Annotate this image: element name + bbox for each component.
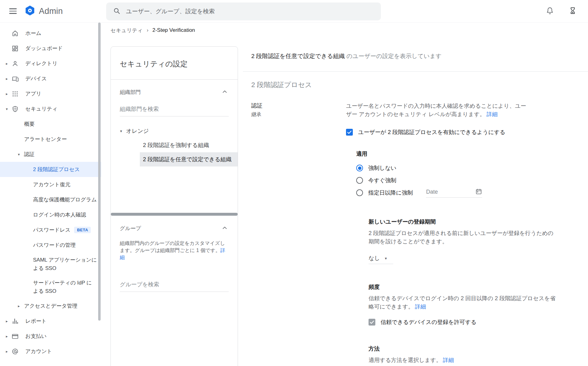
app-title: Admin <box>39 6 63 16</box>
chevron-down-icon: ▾ <box>3 107 10 111</box>
apps-grid-icon <box>11 90 19 98</box>
groups-description: 組織部門内のグループの設定をカスタマイズします。グループは組織部門ごとに 1 個… <box>120 240 229 261</box>
setting-body-column: ユーザー名とパスワードの入力時に本人確認を求めることにより、ユーザー アカウント… <box>346 102 588 366</box>
scope-org-name: 2 段階認証を任意で設定できる組織 <box>251 53 345 59</box>
org-unit-search-input[interactable] <box>120 103 229 116</box>
frequency-title: 頻度 <box>369 283 576 291</box>
sidebar-item-apps[interactable]: ▸ アプリ <box>0 86 101 101</box>
admin-logo: Admin <box>25 5 63 17</box>
auth-details-link[interactable]: 詳細 <box>486 111 498 117</box>
date-input[interactable] <box>426 189 475 195</box>
breadcrumb-security[interactable]: セキュリティ <box>111 27 143 34</box>
sidebar-item-advanced-protection[interactable]: 高度な保護機能プログラム <box>0 192 101 207</box>
chevron-right-icon: ▸ <box>18 304 24 308</box>
global-search <box>106 2 381 20</box>
groups-section-header: グループ <box>111 216 238 235</box>
tree-root-orange[interactable]: ▾ オレンジ <box>111 124 238 138</box>
search-input[interactable] <box>126 8 374 15</box>
sidebar-item-dashboard[interactable]: ダッシュボード <box>0 41 101 56</box>
groups-section: グループ 組織部門内のグループの設定をカスタマイズします。グループは組織部門ごと… <box>111 216 238 292</box>
hourglass-button[interactable] <box>566 4 579 18</box>
calendar-icon[interactable] <box>475 188 482 196</box>
sidebar-item-security-overview[interactable]: 概要 <box>0 116 101 132</box>
trusted-device-checkbox-row[interactable]: 信頼できるデバイスの登録を許可する <box>369 318 576 326</box>
scope-line: 2 段階認証を任意で設定できる組織 のユーザーの設定を表示しています <box>251 52 588 60</box>
sidebar-item-2sv[interactable]: 2 段階認証プロセス <box>0 162 101 177</box>
chevron-up-icon <box>221 225 228 232</box>
breadcrumb-current: 2-Step Verification <box>152 27 195 33</box>
breadcrumb-separator: › <box>147 27 148 33</box>
setting-name: 認証 <box>251 102 346 109</box>
chevron-up-icon <box>221 88 228 96</box>
groups-search-input[interactable] <box>120 279 229 292</box>
search-icon <box>113 7 120 16</box>
sidebar-item-saml-sso[interactable]: SAML アプリケーションによる SSO <box>0 253 101 276</box>
sidebar-item-account-recovery[interactable]: アカウント復元 <box>0 177 101 192</box>
frequency-description: 信頼できるデバイスでログイン時の 2 回目以降の 2 段階認証プロセスを省略可に… <box>369 294 557 311</box>
radio-icon <box>356 189 363 196</box>
dashboard-icon <box>11 44 19 53</box>
enrollment-title: 新しいユーザーの登録期間 <box>369 218 576 225</box>
admin-hexagon-icon <box>25 5 35 17</box>
sidebar-item-account[interactable]: ▸ アカウント <box>0 344 101 359</box>
chevron-right-icon: ▸ <box>3 334 10 339</box>
devices-icon <box>11 75 19 83</box>
sidebar-item-home[interactable]: ホーム <box>0 26 101 41</box>
sidebar-item-devices[interactable]: ▸ デバイス <box>0 71 101 86</box>
person-icon <box>11 60 19 68</box>
collapse-groups-section-button[interactable] <box>221 224 229 233</box>
enforcement-title: 適用 <box>356 150 576 158</box>
sidebar-item-password-management[interactable]: パスワードの管理 <box>0 238 101 253</box>
divider <box>243 71 588 72</box>
sidebar-item-alert-center[interactable]: アラートセンター <box>0 132 101 147</box>
checkbox-checked-icon <box>346 129 353 136</box>
arrow-drop-down-icon: ▾ <box>385 256 387 261</box>
menu-button[interactable] <box>4 2 22 20</box>
sidebar-nav: ホーム ダッシュボード ▸ ディレクトリ ▸ デバイス ▸ <box>0 23 101 366</box>
enrollment-period-select[interactable]: なし ▾ <box>369 255 393 264</box>
sidebar-item-authentication[interactable]: ▾ 認証 <box>0 147 101 162</box>
methods-details-link[interactable]: 詳細 <box>443 357 454 363</box>
sidebar-item-security[interactable]: ▾ セキュリティ <box>0 101 101 116</box>
frequency-details-link[interactable]: 詳細 <box>415 304 426 310</box>
sidebar-item-passwordless[interactable]: パスワードレス BETA <box>0 222 101 238</box>
setting-label-column: 認証 継承 <box>251 102 346 366</box>
radio-enforce-from-date[interactable]: 指定日以降に強制 <box>356 187 576 199</box>
methods-description: 適用する方法を選択します。詳細 <box>369 356 557 364</box>
sidebar-item-third-party-idp-sso[interactable]: サードパーティの IdP による SSO <box>0 276 101 298</box>
enable-2sv-checkbox-row[interactable]: ユーザーが 2 段階認証プロセスを有効にできるようにする <box>346 128 576 136</box>
methods-block: 方法 適用する方法を選択します。詳細 すべて テキスト メッセージまたは音声通話… <box>369 345 576 366</box>
enrollment-period-value: なし <box>369 255 380 262</box>
shield-icon <box>11 105 19 113</box>
collapse-org-section-button[interactable] <box>221 88 229 97</box>
tree-item-enforced-org[interactable]: 2 段階認証を強制する組織 <box>140 138 238 152</box>
sidebar-item-directory[interactable]: ▸ ディレクトリ <box>0 56 101 71</box>
checkbox-checked-disabled-icon <box>369 319 375 326</box>
enforcement-block: 適用 強制しない 今すぐ強制 <box>356 150 576 199</box>
sidebar-item-login-challenge[interactable]: ログイン時の本人確認 <box>0 207 101 222</box>
beta-badge: BETA <box>74 227 91 233</box>
horizontal-scrollbar[interactable] <box>111 213 238 216</box>
main-area: セキュリティ › 2-Step Verification セキュリティの設定 組… <box>101 23 588 366</box>
sidebar-item-billing[interactable]: ▸ お支払い <box>0 329 101 344</box>
at-sign-icon <box>11 347 19 355</box>
chevron-right-icon: ▸ <box>3 349 10 354</box>
radio-enforce-now[interactable]: 今すぐ強制 <box>356 174 576 187</box>
topbar-actions <box>543 4 579 18</box>
groups-section-title: グループ <box>120 225 141 232</box>
sidebar-item-access-data-control[interactable]: ▸ アクセスとデータ管理 <box>0 298 101 313</box>
security-settings-card: セキュリティの設定 組織部門 ▾ オレンジ <box>111 46 238 366</box>
sidebar-item-reports[interactable]: ▸ レポート <box>0 313 101 329</box>
notifications-button[interactable] <box>543 4 557 18</box>
sidebar-scrollbar[interactable] <box>98 23 101 321</box>
org-unit-section-header: 組織部門 <box>111 80 238 99</box>
hourglass-icon <box>569 6 577 16</box>
section-title: 2 段階認証プロセス <box>251 80 588 90</box>
auth-description: ユーザー名とパスワードの入力時に本人確認を求めることにより、ユーザー アカウント… <box>346 102 531 119</box>
frequency-block: 頻度 信頼できるデバイスでログイン時の 2 回目以降の 2 段階認証プロセスを省… <box>369 283 576 326</box>
enrollment-period-block: 新しいユーザーの登録期間 2 段階認証プロセスが適用される前に新しいユーザーが登… <box>369 218 576 264</box>
radio-no-enforcement[interactable]: 強制しない <box>356 162 576 174</box>
tree-item-optional-org[interactable]: 2 段階認証を任意で設定できる組織 <box>140 152 238 166</box>
chevron-right-icon: ▸ <box>3 61 10 66</box>
authentication-setting-row: 認証 継承 ユーザー名とパスワードの入力時に本人確認を求めることにより、ユーザー… <box>251 102 588 366</box>
